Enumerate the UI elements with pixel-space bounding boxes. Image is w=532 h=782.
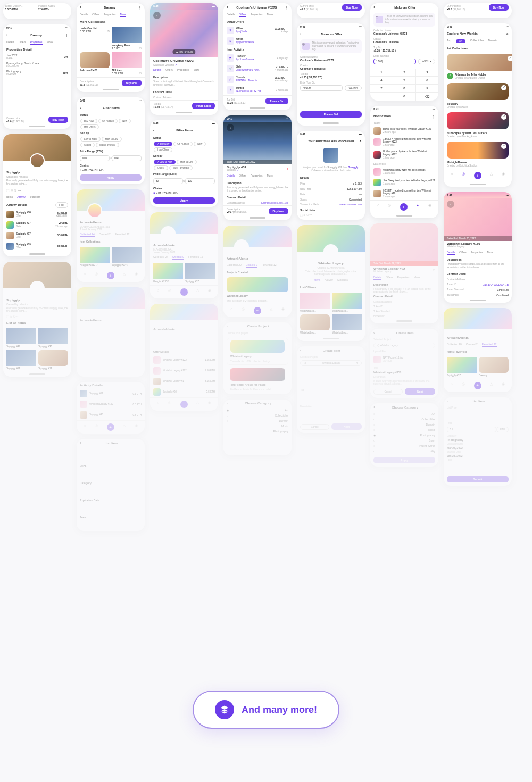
compass-icon[interactable]: ◎: [462, 172, 465, 179]
place-bid-button[interactable]: Place a Bid: [265, 98, 288, 104]
squiggly-items-screen: Squiggly Created by nshooks Randomly gen…: [3, 262, 71, 377]
share-icon[interactable]: ↗: [501, 144, 506, 149]
artist-collected-screen: ArtworkAlenia 0x7e59703EofeA... Joined J…: [150, 212, 218, 298]
artist-activity-screen: Activity Details Squiggly #190.6 ETH Whi…: [77, 382, 145, 434]
back-icon[interactable]: ‹: [447, 201, 454, 208]
filter-items-active-screen: 9:41••• ‹Filter Items Status ✓ Buy NowOn…: [150, 120, 218, 207]
more-icon[interactable]: ⋮: [138, 5, 142, 9]
explore-screen: 9:41••• Explore New Worlds⌕ TopArtCollec…: [444, 23, 512, 187]
squiggly-detail-screen: 9:41••• ‹ Sales End: March 28, 2022 Squi…: [223, 115, 292, 220]
more-banner: And many more!: [193, 691, 339, 729]
make-offer-screen: 9:41••• ‹Make an Offer ⓘThis is an unrev…: [297, 23, 365, 126]
price-bar-2: Current price♦0.6 ($1,961.16) Buy Now: [444, 3, 512, 18]
more-icon[interactable]: ⋮: [65, 33, 68, 37]
buy-now-button[interactable]: Buy Now: [122, 80, 142, 86]
artist-profile-screen-2: ArtworkAlenia: [77, 287, 145, 377]
bid-amount-input[interactable]: Amount: [300, 85, 343, 91]
artist-offers-screen: ArtworkAlenia Offer Details Whitehat Leg…: [150, 304, 218, 411]
share-icon[interactable]: ↗: [508, 56, 512, 61]
back-icon[interactable]: ‹: [373, 5, 375, 9]
coolmans-detail-screen: 9:41••• ‹ 02 : 05 : 04 Left Coolman's Un…: [150, 3, 218, 115]
buy-now-button[interactable]: Buy Now: [269, 208, 288, 214]
search-icon[interactable]: ⌕: [506, 32, 509, 35]
choose-category-screen: ‹Choose Category ◉Art ○Collectibles ○Dom…: [223, 400, 292, 455]
artist-created-screen: ArtworkAlenia Collected 20Created 2Favor…: [223, 226, 292, 317]
buy-now-button[interactable]: Buy Now: [48, 117, 68, 123]
apply-button[interactable]: Apply: [80, 174, 142, 181]
dreamy-properties-screen: 9:41••• ‹Dreamy⋮ DetailsOffersProperties…: [3, 24, 71, 129]
share-icon[interactable]: ↗: [501, 114, 506, 120]
create-item-filled-screen: ‹Create Item Selected Project ⬡ Whitehat…: [370, 329, 438, 398]
whitehat-collection-screen: Whitehat Legacy Created by ArtworkAlenia…: [297, 225, 365, 341]
list-item-filled-screen: ‹List Item List Price Price 0.6ETH Categ…: [444, 397, 512, 486]
buy-now-button[interactable]: Buy Now: [342, 4, 362, 11]
create-item-screen: ‹Create Item Selected Project ⬡ Whitehat…: [297, 346, 365, 433]
whitehat-22-detail-screen: Sale Out: March 22, 2021 Whitehat Legacy…: [370, 223, 438, 323]
dreamy-more-screen: ‹Dreamy⋮ DetailsOffersPropertiesMore Mor…: [77, 3, 145, 92]
choose-category-full-screen: ‹Choose Category ○Art ○Collectibles ○Dom…: [370, 403, 438, 467]
price-bar: Current price♦0.6 ($1,961.16) Buy Now: [297, 3, 365, 18]
place-bid-button[interactable]: Place a Bid: [300, 111, 362, 118]
apply-button[interactable]: Apply: [153, 197, 215, 204]
back-icon[interactable]: ‹: [153, 12, 161, 19]
squiggly-activity-screen: Squiggly Created by nshooks Randomly gen…: [3, 134, 71, 256]
nft-cards-preview: Soccer Doge #...0.055 ETH Invaders #3556…: [3, 3, 71, 19]
buy-now-button[interactable]: Buy Now: [489, 4, 509, 11]
back-icon[interactable]: ‹: [6, 33, 7, 37]
back-icon[interactable]: ‹: [227, 5, 228, 9]
make-offer-keypad-screen: ‹Make an Offer ⓘThis is an unreviewed co…: [370, 3, 438, 101]
back-icon[interactable]: ‹: [80, 5, 81, 9]
filter-items-screen: 9:41••• ‹Filter Items Status Buy NowOn A…: [77, 97, 145, 184]
artist-favorited-screen: ArtworkAlenia Collected 20Created 2Favor…: [444, 308, 512, 392]
more-icon[interactable]: ⋮: [285, 5, 288, 9]
whitehat-150-detail-screen: 9:41••• ‹ Sales End: March 28, 2022 Whit…: [444, 192, 512, 303]
more-icon[interactable]: ⋮: [432, 114, 435, 118]
currency-select[interactable]: WETH ▾: [345, 85, 362, 91]
back-icon[interactable]: ‹: [227, 124, 234, 131]
close-icon[interactable]: ✕: [359, 139, 362, 143]
back-icon[interactable]: ‹: [300, 32, 301, 36]
coolmans-offers-screen: ‹Coolman's Universe #8273⋮ DetailsOffers…: [223, 3, 292, 110]
create-project-screen: ‹Create Project Choose your project Whit…: [223, 322, 292, 394]
layers-icon: [215, 700, 234, 719]
list-item-screen: ‹List Item Price Category Expiration Dat…: [77, 439, 145, 531]
back-icon[interactable]: ‹: [80, 106, 81, 110]
back-icon[interactable]: ‹: [153, 129, 154, 132]
bid-amount-input[interactable]: 1.362|: [373, 59, 416, 64]
share-icon[interactable]: ↗: [501, 85, 506, 90]
filter-button[interactable]: Filter: [55, 202, 68, 208]
notification-screen: 9:41••• Notification⋮ Today Bored liked …: [370, 106, 438, 219]
artist-profile-screen: ArtworkAlenia 0x7e59703EofeABodo...053 J…: [77, 189, 145, 282]
numeric-keypad[interactable]: 123 456 789 .0⌫: [370, 69, 438, 101]
purchase-confirm-screen: 9:41••• Your Purchase Has Processed✕ You…: [297, 131, 365, 220]
bell-icon[interactable]: ▲: [416, 203, 420, 211]
place-bid-button[interactable]: Place a Bid: [192, 103, 215, 109]
